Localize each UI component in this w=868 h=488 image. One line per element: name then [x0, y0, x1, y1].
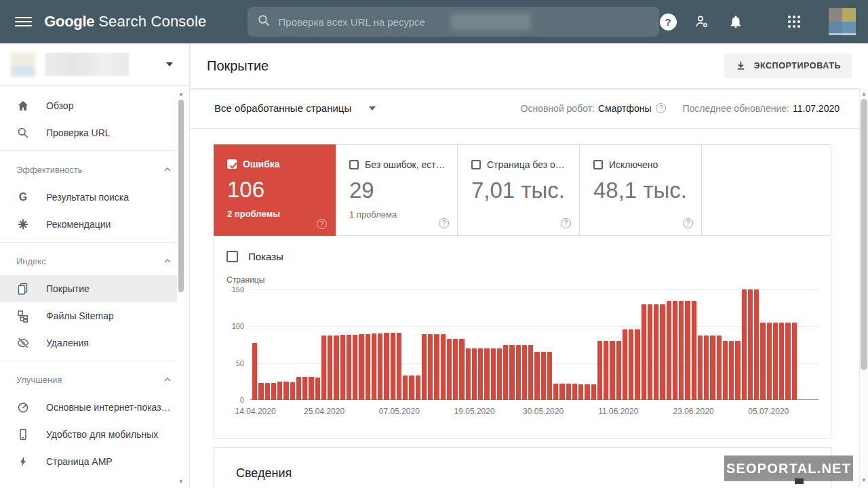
help-badge-icon[interactable]: ? — [561, 218, 571, 228]
logo-google: Google — [44, 13, 94, 30]
chart-bar — [403, 375, 408, 400]
sidebar-item-search-results[interactable]: G Результаты поиска — [0, 184, 177, 211]
chart-bar — [296, 377, 301, 400]
impressions-toggle[interactable]: Показы — [226, 251, 831, 262]
sidebar-item-label: Проверка URL — [46, 127, 111, 138]
sidebar-section-enhancements[interactable]: Улучшения — [0, 365, 177, 394]
chart-bar — [315, 378, 320, 400]
chart-bar — [648, 304, 652, 400]
sidebar-scrollbar[interactable]: ▲ ▼ — [178, 89, 184, 488]
logo-product: Search Console — [98, 13, 206, 30]
help-icon[interactable]: ? — [659, 13, 677, 30]
profile-avatar[interactable] — [829, 8, 856, 35]
sidebar-item-coverage[interactable]: Покрытие — [0, 275, 177, 302]
scrollbar-thumb[interactable] — [178, 100, 184, 292]
hamburger-menu-icon[interactable] — [15, 13, 32, 30]
chart-bar — [742, 289, 747, 400]
export-button[interactable]: ЭКСПОРТИРОВАТЬ — [724, 54, 852, 78]
sidebar-item-core-web-vitals[interactable]: Основные интернет-показ… — [0, 394, 177, 421]
sidebar-nav: Обзор Проверка URL Эффективность G Резул… — [0, 86, 189, 475]
scroll-up-arrow[interactable]: ▲ — [860, 91, 868, 98]
chart-bar — [522, 345, 527, 401]
chart-bar — [654, 304, 658, 400]
status-tiles: Ошибка 106 2 проблемы ? Без ошибок, ест…… — [214, 145, 831, 236]
url-inspection-searchbox[interactable] — [248, 7, 659, 37]
search-icon — [257, 14, 271, 30]
tile-valid-with-warnings[interactable]: Без ошибок, ест… 29 1 проблема ? — [336, 145, 458, 235]
chart-bar — [503, 345, 508, 401]
sidebar-item-sitemaps[interactable]: Файлы Sitemap — [0, 302, 177, 329]
chart-bar — [516, 345, 521, 401]
scroll-down-arrow[interactable]: ▼ — [178, 479, 184, 485]
chart-bar — [309, 377, 313, 400]
chart-bar — [290, 382, 295, 400]
sidebar-item-amp[interactable]: Страница AMP — [0, 448, 177, 475]
tile-valid[interactable]: Страница без о… 7,01 тыс. ? — [458, 145, 580, 235]
content-scrollbar[interactable]: ▲ ▼ — [859, 88, 868, 488]
coverage-chart: Страницы 150100500 14.04.202025.04.20200… — [214, 275, 831, 400]
sidebar-item-url-inspection[interactable]: Проверка URL — [0, 119, 177, 146]
checkbox-unchecked[interactable] — [349, 160, 359, 169]
checkbox-unchecked[interactable] — [226, 251, 238, 262]
chart-bar — [629, 329, 633, 400]
chart-bar — [616, 341, 621, 400]
chevron-up-icon — [163, 258, 172, 264]
x-tick-label: 25.04.2020 — [304, 407, 344, 416]
chart-bar — [252, 343, 257, 400]
tile-value: 106 — [227, 177, 335, 203]
sidebar: Обзор Проверка URL Эффективность G Резул… — [0, 43, 190, 488]
property-selector[interactable] — [0, 43, 189, 86]
chart-bar — [547, 352, 552, 400]
sidebar-item-label: Результаты поиска — [46, 192, 129, 203]
sidebar-section-index[interactable]: Индекс — [0, 247, 177, 275]
chart-bar — [265, 383, 270, 400]
chart-bar — [578, 384, 583, 400]
help-badge-icon[interactable]: ? — [656, 103, 666, 113]
x-tick-label: 05.07.2020 — [748, 407, 789, 416]
chart-bar — [328, 336, 332, 400]
sidebar-item-recommendations[interactable]: Рекомендации — [0, 211, 177, 238]
chart-bar — [553, 384, 558, 400]
apps-grid-icon[interactable] — [785, 13, 803, 30]
chart-bar — [779, 323, 784, 400]
scroll-down-arrow[interactable]: ▼ — [860, 477, 868, 484]
tile-value: 48,1 тыс. — [593, 178, 701, 203]
sidebar-item-label: Файлы Sitemap — [46, 310, 114, 321]
checkbox-unchecked[interactable] — [593, 160, 603, 169]
chart-bar — [723, 341, 728, 400]
y-tick-label: 0 — [240, 396, 244, 404]
asterisk-icon — [16, 218, 30, 231]
help-badge-icon[interactable]: ? — [683, 218, 693, 228]
blurred-site-name — [451, 13, 531, 30]
tile-excluded[interactable]: Исключено 48,1 тыс. ? — [580, 145, 702, 235]
coverage-card: Ошибка 106 2 проблемы ? Без ошибок, ест…… — [214, 144, 831, 439]
last-updated-value: 11.07.2020 — [793, 103, 840, 114]
chart-bar — [729, 341, 734, 400]
chart-bar — [642, 304, 646, 400]
sidebar-item-mobile-usability[interactable]: Удобство для мобильных — [0, 421, 177, 448]
scroll-up-arrow[interactable]: ▲ — [178, 91, 184, 98]
scope-dropdown[interactable]: Все обработанные страницы — [214, 102, 376, 114]
help-badge-icon[interactable]: ? — [439, 218, 449, 228]
notifications-bell-icon[interactable] — [727, 13, 745, 30]
scrollbar-thumb[interactable] — [861, 99, 867, 370]
tile-label: Ошибка — [243, 159, 280, 169]
tile-label: Исключено — [609, 159, 658, 170]
help-badge-icon[interactable]: ? — [317, 219, 327, 229]
checkbox-unchecked[interactable] — [471, 160, 481, 169]
checkbox-checked[interactable] — [227, 159, 237, 169]
chart-bars — [252, 289, 797, 400]
download-icon — [735, 60, 747, 72]
chart-bar — [397, 333, 401, 400]
sidebar-item-label: Страница AMP — [46, 456, 113, 467]
tile-error[interactable]: Ошибка 106 2 проблемы ? — [214, 144, 336, 236]
scope-dropdown-value: Все обработанные страницы — [214, 102, 351, 114]
sidebar-item-removals[interactable]: Удаления — [0, 329, 177, 357]
x-tick-label: 23.06.2020 — [673, 407, 714, 416]
search-input[interactable] — [279, 16, 448, 28]
chart-bar — [604, 341, 608, 400]
sidebar-section-performance[interactable]: Эффективность — [0, 155, 177, 184]
sidebar-item-overview[interactable]: Обзор — [0, 92, 177, 119]
manage-users-icon[interactable] — [693, 13, 711, 30]
google-g-icon: G — [16, 190, 30, 204]
